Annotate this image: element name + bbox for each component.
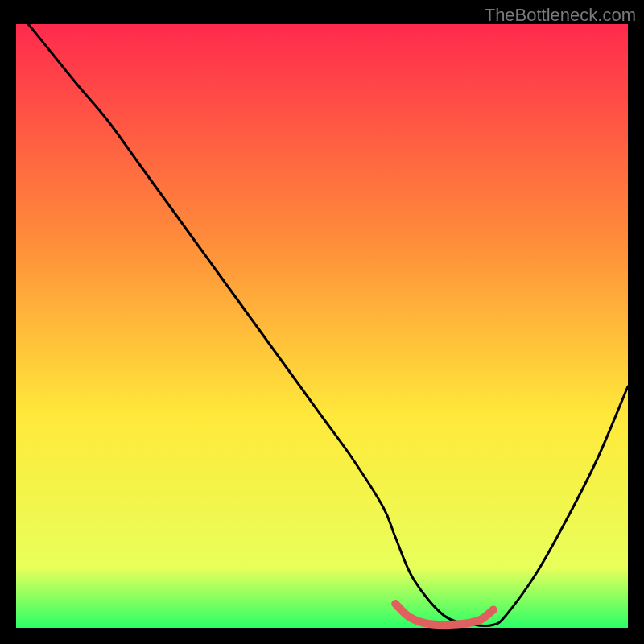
watermark-text: TheBottleneck.com bbox=[485, 5, 636, 26]
plot-area bbox=[16, 24, 628, 628]
bottleneck-chart bbox=[0, 0, 644, 644]
plot-background bbox=[16, 24, 628, 628]
